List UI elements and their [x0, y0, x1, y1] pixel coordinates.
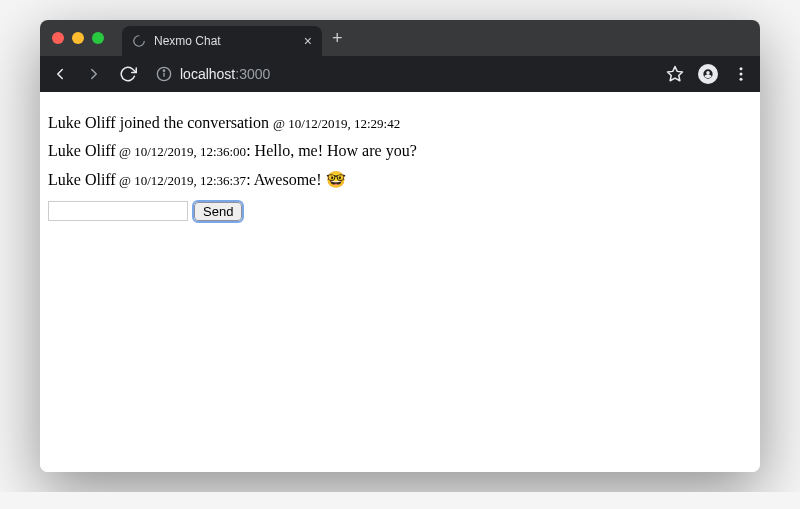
chat-message: Luke Oliff @ 10/12/2019, 12:36:00: Hello…	[48, 142, 752, 160]
tab-close-icon[interactable]: ×	[304, 34, 312, 48]
url-text: localhost:3000	[180, 66, 270, 82]
compose-area: Send	[48, 201, 752, 221]
message-timestamp: 10/12/2019, 12:36:00	[134, 144, 246, 159]
svg-point-0	[134, 36, 145, 47]
tab-title: Nexmo Chat	[154, 34, 296, 48]
message-timestamp: 10/12/2019, 12:29:42	[288, 116, 400, 131]
chat-message: Luke Oliff @ 10/12/2019, 12:36:37: Aweso…	[48, 170, 752, 189]
svg-point-6	[740, 73, 743, 76]
traffic-lights	[52, 32, 104, 44]
message-timestamp: 10/12/2019, 12:36:37	[134, 173, 246, 188]
svg-point-7	[740, 78, 743, 81]
back-button[interactable]	[50, 64, 70, 84]
browser-window: Nexmo Chat × + localhost:3000	[40, 20, 760, 472]
kebab-menu-icon[interactable]	[732, 65, 750, 83]
titlebar: Nexmo Chat × +	[40, 20, 760, 56]
send-button[interactable]: Send	[194, 202, 242, 221]
message-user: Luke Oliff	[48, 171, 116, 188]
svg-point-3	[163, 70, 164, 71]
site-info-icon[interactable]	[156, 66, 172, 82]
tab-loading-icon	[132, 34, 146, 48]
svg-marker-4	[668, 67, 683, 81]
message-user: Luke Oliff	[48, 142, 116, 159]
window-maximize-button[interactable]	[92, 32, 104, 44]
toolbar-right	[666, 64, 750, 84]
message-text: Awesome!	[254, 171, 326, 188]
forward-button[interactable]	[84, 64, 104, 84]
reload-button[interactable]	[118, 64, 138, 84]
page-content: Luke Oliff joined the conversation @ 10/…	[40, 92, 760, 472]
message-user: Luke Oliff	[48, 114, 116, 131]
window-minimize-button[interactable]	[72, 32, 84, 44]
new-tab-button[interactable]: +	[332, 29, 343, 47]
browser-tab[interactable]: Nexmo Chat ×	[122, 26, 322, 56]
address-bar: localhost:3000	[40, 56, 760, 92]
url-input[interactable]: localhost:3000	[152, 66, 652, 82]
system-message: Luke Oliff joined the conversation @ 10/…	[48, 114, 752, 132]
profile-avatar[interactable]	[698, 64, 718, 84]
bookmark-icon[interactable]	[666, 65, 684, 83]
svg-point-5	[740, 67, 743, 70]
emoji-icon: 🤓	[326, 171, 346, 188]
message-text: Hello, me! How are you?	[255, 142, 417, 159]
window-close-button[interactable]	[52, 32, 64, 44]
message-input[interactable]	[48, 201, 188, 221]
